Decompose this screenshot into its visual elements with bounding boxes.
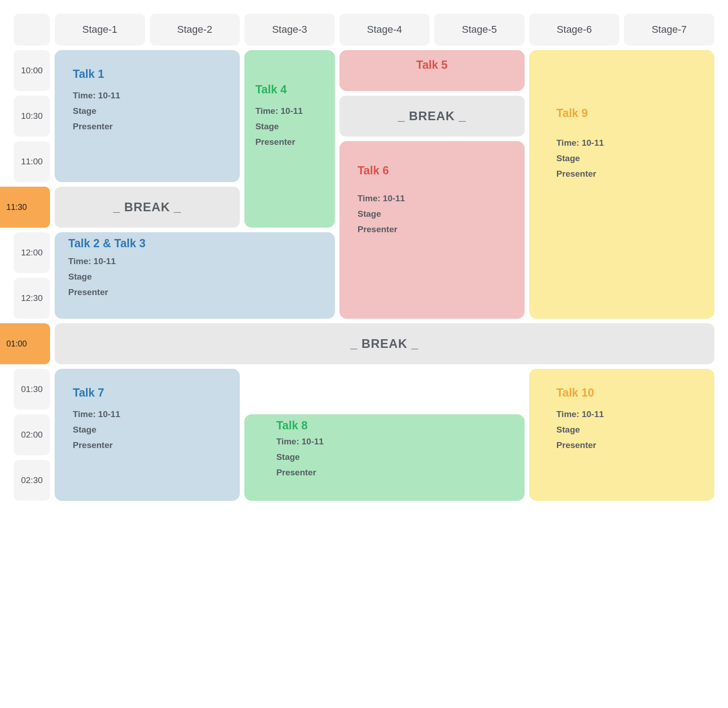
talk-2-3-card[interactable]: Talk 2 & Talk 3 Time: 10-11 Stage Presen… [55, 232, 335, 319]
time-label: 10:00 [14, 50, 50, 91]
break-block: _ BREAK _ [55, 187, 240, 228]
talk-time: Time: 10-11 [73, 409, 227, 419]
talk-time: Time: 10-11 [276, 437, 512, 447]
talk-time: Time: 10-11 [556, 138, 702, 148]
time-label: 12:00 [14, 232, 50, 273]
talk-presenter: Presenter [73, 122, 227, 132]
talk-time: Time: 10-11 [358, 194, 512, 204]
talk-stage: Stage [255, 122, 322, 132]
time-label: 02:00 [14, 414, 50, 455]
time-label-highlight: 11:30 [0, 187, 50, 228]
talk-presenter: Presenter [556, 169, 702, 179]
time-label: 10:30 [14, 96, 50, 137]
schedule-grid: Stage-1 Stage-2 Stage-3 Stage-4 Stage-5 … [14, 14, 714, 501]
talk-presenter: Presenter [556, 440, 702, 450]
break-block: _ BREAK _ [339, 96, 525, 137]
talk-7-card[interactable]: Talk 7 Time: 10-11 Stage Presenter [55, 369, 240, 501]
time-label: 12:30 [14, 278, 50, 319]
stage-header: Stage-3 [244, 14, 335, 46]
talk-stage: Stage [68, 272, 322, 282]
stage-header: Stage-1 [55, 14, 145, 46]
talk-presenter: Presenter [73, 440, 227, 450]
talk-6-card[interactable]: Talk 6 Time: 10-11 Stage Presenter [339, 141, 525, 319]
talk-stage: Stage [276, 452, 512, 462]
corner-cell [14, 14, 50, 46]
talk-presenter: Presenter [255, 137, 322, 147]
talk-title: Talk 7 [73, 386, 227, 399]
stage-header: Stage-5 [434, 14, 525, 46]
talk-stage: Stage [358, 209, 512, 219]
talk-title: Talk 10 [556, 386, 702, 399]
talk-stage: Stage [73, 106, 227, 116]
talk-5-card[interactable]: Talk 5 [339, 50, 525, 91]
talk-1-card[interactable]: Talk 1 Time: 10-11 Stage Presenter [55, 50, 240, 182]
stage-header: Stage-2 [150, 14, 240, 46]
talk-10-card[interactable]: Talk 10 Time: 10-11 Stage Presenter [529, 369, 714, 501]
talk-time: Time: 10-11 [255, 106, 322, 116]
talk-presenter: Presenter [68, 287, 322, 297]
talk-title: Talk 1 [73, 67, 227, 81]
talk-9-card[interactable]: Talk 9 Time: 10-11 Stage Presenter [529, 50, 714, 319]
stage-header: Stage-4 [339, 14, 430, 46]
talk-8-card[interactable]: Talk 8 Time: 10-11 Stage Presenter [244, 414, 525, 501]
talk-4-card[interactable]: Talk 4 Time: 10-11 Stage Presenter [244, 50, 335, 228]
time-label: 01:30 [14, 369, 50, 410]
talk-title: Talk 8 [276, 419, 512, 432]
talk-title: Talk 5 [347, 58, 517, 71]
talk-stage: Stage [73, 425, 227, 435]
break-block-full: _ BREAK _ [55, 323, 714, 364]
stage-header: Stage-6 [529, 14, 620, 46]
talk-stage: Stage [556, 153, 702, 163]
talk-title: Talk 6 [358, 164, 512, 177]
stage-header: Stage-7 [624, 14, 714, 46]
talk-title: Talk 2 & Talk 3 [68, 237, 322, 250]
talk-time: Time: 10-11 [556, 409, 702, 419]
talk-presenter: Presenter [276, 468, 512, 478]
time-label-highlight: 01:00 [0, 323, 50, 364]
time-label: 11:00 [14, 141, 50, 182]
talk-time: Time: 10-11 [68, 256, 322, 266]
talk-title: Talk 4 [255, 83, 322, 96]
talk-title: Talk 9 [556, 107, 702, 120]
talk-presenter: Presenter [358, 224, 512, 234]
talk-stage: Stage [556, 425, 702, 435]
time-label: 02:30 [14, 460, 50, 501]
talk-time: Time: 10-11 [73, 91, 227, 101]
